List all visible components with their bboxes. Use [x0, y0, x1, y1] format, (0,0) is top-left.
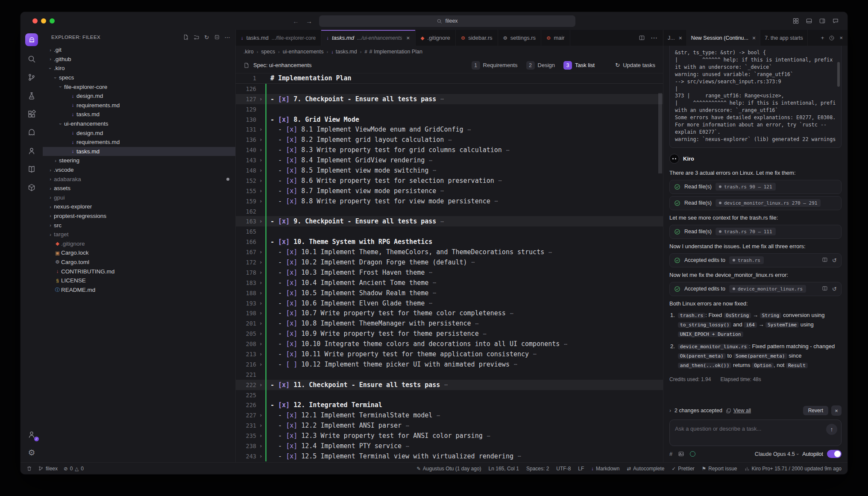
folded-ellipsis-icon[interactable]: ⋯: [483, 331, 487, 337]
editor-line-167[interactable]: 167› - [x] 10.1 Implement Theme, ThemeCo…: [236, 247, 663, 257]
chevron-right-icon[interactable]: ›: [47, 213, 54, 218]
prettier-status[interactable]: ✓ Prettier: [672, 466, 694, 472]
fold-chevron-icon[interactable]: ›: [256, 270, 265, 276]
chevron-down-icon[interactable]: ›: [57, 84, 64, 89]
fold-chevron-icon[interactable]: ›: [256, 300, 265, 306]
blame-info[interactable]: ✎ Augustus Otu (1 day ago): [416, 466, 481, 472]
folded-ellipsis-icon[interactable]: ⋯: [514, 361, 517, 367]
editor-line-222[interactable]: 222›- [x] 11. Checkpoint - Ensure all te…: [236, 380, 663, 390]
explorer-more-icon[interactable]: ⋯: [225, 34, 230, 41]
fold-chevron-icon[interactable]: ›: [256, 412, 265, 418]
settings-gear-icon[interactable]: ⚙: [26, 447, 37, 458]
fold-chevron-icon[interactable]: ›: [256, 178, 265, 184]
tree-item--vscode[interactable]: ›.vscode: [43, 165, 235, 175]
editor-line-127[interactable]: 127›- [x] 7. Checkpoint - Ensure all tes…: [236, 94, 663, 104]
chevron-down-icon[interactable]: ›: [52, 75, 59, 80]
editor-line-198[interactable]: 198› - [x] 10.7 Write property test for …: [236, 308, 663, 318]
editor-line-165[interactable]: 165: [236, 226, 663, 237]
open-diff-icon[interactable]: [822, 257, 828, 264]
new-file-icon[interactable]: [183, 34, 189, 40]
folded-ellipsis-icon[interactable]: ⋯: [440, 188, 444, 194]
tree-item-proptest-regressions[interactable]: ›proptest-regressions: [43, 211, 235, 221]
folded-ellipsis-icon[interactable]: ⋯: [433, 290, 436, 296]
breadcrumb-item[interactable]: ## Implementation Plan: [364, 49, 422, 55]
tree-item-file-explorer-core[interactable]: ›file-explorer-core: [43, 82, 235, 91]
spec-step-task-list[interactable]: 3 Task list: [563, 61, 595, 70]
eol-setting[interactable]: LF: [578, 466, 584, 472]
fold-chevron-icon[interactable]: ›: [256, 361, 265, 367]
breadcrumb-item[interactable]: ↓tasks.md: [331, 49, 357, 55]
trash-icon[interactable]: [26, 466, 32, 471]
file-badge[interactable]: trash.rs: [729, 256, 764, 264]
editor-line-131[interactable]: 131› - [x] 8.1 Implement ViewMode enum a…: [236, 124, 663, 135]
editor-line-183[interactable]: 183› - [x] 10.4 Implement Ancient Tome t…: [236, 278, 663, 288]
fold-chevron-icon[interactable]: ›: [256, 351, 265, 357]
chevron-right-icon[interactable]: ›: [47, 176, 54, 182]
expand-changes-chevron-icon[interactable]: ›: [669, 408, 671, 414]
chat-tab-j-[interactable]: J...×: [663, 30, 687, 46]
refresh-explorer-icon[interactable]: ↻: [204, 34, 209, 41]
account-icon[interactable]: ✓: [26, 429, 37, 440]
dismiss-changes-button[interactable]: ×: [831, 405, 842, 416]
editor-line-231[interactable]: 231› - [x] 12.2 Implement ANSI parser⋯: [236, 420, 663, 431]
tree-item--github[interactable]: ›.github: [43, 55, 235, 64]
folded-ellipsis-icon[interactable]: ⋯: [429, 300, 432, 306]
chevron-right-icon[interactable]: ›: [52, 158, 59, 163]
indentation-setting[interactable]: Spaces: 2: [526, 466, 549, 472]
folded-ellipsis-icon[interactable]: ⋯: [564, 341, 567, 347]
fold-chevron-icon[interactable]: ›: [256, 147, 265, 153]
toggle-panel-icon[interactable]: [806, 18, 812, 24]
editor-line-213[interactable]: 213› - [x] 10.11 Write property test for…: [236, 349, 663, 359]
tree-item-adabaraka[interactable]: ›adabaraka: [43, 174, 235, 184]
tree-item-design-md[interactable]: ↓design.md: [43, 91, 235, 101]
fold-chevron-icon[interactable]: ›: [256, 249, 265, 255]
tree-item-contributing-md[interactable]: ↓CONTRIBUTING.md: [43, 267, 235, 276]
editor-line-193[interactable]: 193› - [x] 10.6 Implement Elven Glade th…: [236, 298, 663, 308]
tree-item-assets[interactable]: ›assets: [43, 184, 235, 193]
editor-line-225[interactable]: 225: [236, 390, 663, 400]
fold-chevron-icon[interactable]: ›: [256, 423, 265, 428]
folded-ellipsis-icon[interactable]: ⋯: [475, 320, 479, 327]
activity-source-control-icon[interactable]: [26, 72, 37, 83]
chevron-right-icon[interactable]: ›: [47, 204, 54, 209]
folded-ellipsis-icon[interactable]: ⋯: [468, 126, 471, 133]
editor-line-205[interactable]: 205› - [x] 10.9 Write property test for …: [236, 329, 663, 339]
fold-chevron-icon[interactable]: ›: [256, 280, 265, 286]
folded-ellipsis-icon[interactable]: ⋯: [433, 167, 436, 173]
new-session-icon[interactable]: +: [821, 35, 824, 41]
language-mode[interactable]: ↓ Markdown: [591, 466, 619, 472]
undo-icon[interactable]: ↺: [832, 257, 837, 264]
fold-chevron-icon[interactable]: ›: [256, 157, 265, 163]
tree-item-cargo-lock[interactable]: ▣Cargo.lock: [43, 248, 235, 258]
file-badge[interactable]: device_monitor_linux.rs: [729, 285, 806, 293]
fold-chevron-icon[interactable]: ›: [256, 96, 265, 102]
toggle-secondary-sidebar-icon[interactable]: [819, 18, 826, 24]
fold-chevron-icon[interactable]: ›: [256, 167, 265, 173]
fold-chevron-icon[interactable]: ›: [256, 290, 265, 296]
chevron-down-icon[interactable]: ›: [57, 121, 64, 126]
close-window-button[interactable]: [32, 18, 38, 23]
editor-line-188[interactable]: 188› - [x] 10.5 Implement Shadow Realm t…: [236, 288, 663, 298]
chevron-right-icon[interactable]: ›: [47, 47, 54, 53]
editor-line-235[interactable]: 235› - [x] 12.3 Write property test for …: [236, 431, 663, 441]
tool-call-pill[interactable]: Accepted edits todevice_monitor_linux.rs…: [669, 282, 842, 296]
branch-indicator[interactable]: fileex: [38, 466, 58, 472]
model-selector[interactable]: Claude Opus 4.5 ›: [755, 451, 798, 457]
editor-line-208[interactable]: 208› - [x] 10.10 Integrate theme colors …: [236, 339, 663, 349]
editor-line-1[interactable]: 1# Implementation Plan: [236, 73, 663, 84]
fold-chevron-icon[interactable]: ›: [256, 341, 265, 347]
editor-line-178[interactable]: 178› - [x] 10.3 Implement Frost Haven th…: [236, 267, 663, 278]
activity-search-icon[interactable]: [26, 53, 37, 65]
tree-item-requirements-md[interactable]: ↓requirements.md: [43, 138, 235, 147]
folded-ellipsis-icon[interactable]: ⋯: [444, 382, 448, 388]
folded-ellipsis-icon[interactable]: ⋯: [499, 177, 502, 184]
spec-step-requirements[interactable]: 1 Requirements: [472, 61, 518, 70]
fold-chevron-icon[interactable]: ›: [256, 198, 265, 204]
chat-tab-new-session-continu-[interactable]: New Session (Continu...×: [687, 30, 760, 46]
editor-line-227[interactable]: 227› - [x] 12.1 Implement TerminalState …: [236, 410, 663, 420]
folded-ellipsis-icon[interactable]: ⋯: [440, 96, 444, 102]
problems-indicator[interactable]: ⊘ 0 △ 0: [64, 466, 84, 472]
editor-line-143[interactable]: 143› - [x] 8.4 Implement GridView render…: [236, 155, 663, 165]
breadcrumb-item[interactable]: specs: [261, 49, 275, 55]
terminal-scrollbar-thumb[interactable]: [837, 62, 840, 87]
